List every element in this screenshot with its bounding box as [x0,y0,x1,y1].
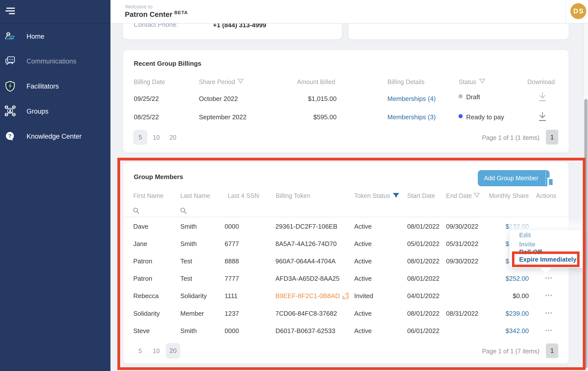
svg-text:$: $ [6,105,7,109]
svg-text:$: $ [13,113,15,116]
svg-text:$: $ [6,113,7,116]
svg-text:?: ? [8,133,11,139]
svg-text:$: $ [13,105,15,109]
